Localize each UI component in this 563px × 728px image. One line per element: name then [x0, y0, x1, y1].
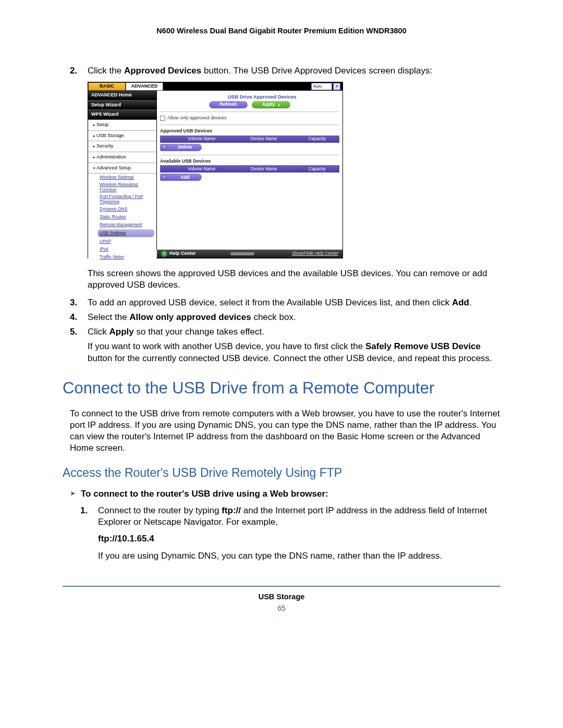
- router-ui-screenshot: BASIC ADVANCED Auto ▾ ADVANCED Home Setu…: [88, 82, 343, 258]
- main-panel: USB Drive Approved Devices Refresh Apply…: [157, 91, 342, 250]
- delete-button[interactable]: Delete: [168, 144, 202, 151]
- available-table-header: Volume Name Device Name Capacity: [160, 165, 339, 172]
- step-text: Click Apply so that your change takes ef…: [88, 326, 500, 338]
- text: button for the currently connected USB d…: [88, 353, 492, 363]
- approved-table-header: Volume Name Device Name Capacity: [160, 135, 339, 143]
- tab-bar: BASIC ADVANCED Auto ▾: [88, 82, 342, 91]
- step-2: 2. Click the Approved Devices button. Th…: [63, 65, 500, 77]
- step-text: Connect to the router by typing ftp:// a…: [98, 505, 500, 528]
- refresh-button[interactable]: Refresh: [209, 101, 248, 108]
- sidebar-item-usb-storage[interactable]: USB Storage: [88, 131, 156, 142]
- col-volume-name: Volume Name: [170, 135, 232, 143]
- auto-select[interactable]: Auto: [311, 83, 332, 90]
- sidebar-sub-port-forwarding[interactable]: Port Forwarding / Port Triggering: [88, 193, 156, 205]
- sidebar-item-advanced-setup[interactable]: Advanced Setup: [88, 163, 156, 174]
- allow-only-approved-checkbox[interactable]: [160, 116, 165, 121]
- text-bold: Apply: [109, 327, 134, 337]
- drag-handle-icon[interactable]: [230, 252, 254, 255]
- col-capacity: Capacity: [295, 165, 339, 172]
- doc-header-title: N600 Wireless Dual Band Gigabit Router P…: [63, 26, 500, 36]
- footer-section-name: USB Storage: [63, 592, 500, 602]
- divider: [160, 125, 339, 125]
- add-plus-icon[interactable]: +: [160, 174, 168, 181]
- sidebar-item-wps-wizard[interactable]: WPS Wizard: [88, 110, 156, 120]
- sidebar-sub-upnp[interactable]: UPnP: [88, 238, 156, 245]
- step-number: 2.: [70, 65, 88, 77]
- auto-dropdown-icon[interactable]: ▾: [333, 83, 340, 90]
- step-text: Select the Allow only approved devices c…: [88, 312, 500, 323]
- sidebar-item-setup[interactable]: Setup: [88, 120, 156, 131]
- delete-x-icon[interactable]: ×: [160, 144, 168, 151]
- divider: [160, 112, 339, 112]
- help-center-label[interactable]: Help Center: [169, 251, 196, 257]
- sidebar-sub-wireless-repeating[interactable]: Wireless Repeating Function: [88, 181, 156, 193]
- sidebar-sub-usb-settings[interactable]: USB Settings: [97, 229, 154, 237]
- col-device-name: Device Name: [232, 165, 295, 172]
- ftp-note: If you are using Dynamic DNS, you can ty…: [63, 550, 500, 562]
- text: .: [469, 298, 472, 307]
- sidebar: ADVANCED Home Setup Wizard WPS Wizard Se…: [88, 91, 157, 250]
- step-text: To add an approved USB device, select it…: [88, 297, 500, 309]
- step-number: 3.: [70, 297, 88, 309]
- section-heading-connect-remote: Connect to the USB Drive from a Remote C…: [63, 378, 500, 399]
- divider: [160, 155, 339, 155]
- step-text: Click the Approved Devices button. The U…: [88, 65, 500, 77]
- chevron-right-icon: ▸: [278, 103, 280, 107]
- text: Select the: [88, 312, 129, 322]
- text: If you want to work with another USB dev…: [88, 341, 365, 351]
- step-3: 3. To add an approved USB device, select…: [63, 297, 500, 309]
- ftp-step-1: 1. Connect to the router by typing ftp:/…: [63, 505, 500, 528]
- text-bold: ftp://: [222, 505, 241, 515]
- remote-intro-paragraph: To connect to the USB drive from remote …: [63, 408, 500, 454]
- col-capacity: Capacity: [295, 135, 339, 143]
- panel-title: USB Drive Approved Devices: [228, 94, 339, 100]
- chevron-right-icon: ➤: [70, 489, 76, 498]
- col-volume-name: Volume Name: [170, 165, 232, 172]
- apply-label: Apply: [262, 102, 275, 108]
- text-bold: Approved Devices: [124, 66, 201, 76]
- sidebar-item-administration[interactable]: Administration: [88, 152, 156, 163]
- available-devices-heading: Available USB Devices: [160, 158, 339, 165]
- sidebar-item-security[interactable]: Security: [88, 141, 156, 152]
- approved-devices-heading: Approved USB Devices: [160, 128, 339, 134]
- text: button. The USB Drive Approved Devices s…: [201, 66, 432, 76]
- sidebar-sub-dynamic-dns[interactable]: Dynamic DNS: [88, 205, 156, 213]
- col-device-name: Device Name: [232, 135, 295, 143]
- text-bold: Safely Remove USB Device: [365, 341, 481, 351]
- checkbox-label: Allow only approved devices: [167, 115, 227, 121]
- step-2-followup: This screen shows the approved USB devic…: [63, 268, 500, 291]
- footer-rule: [63, 586, 500, 587]
- tail-paragraph: If you want to work with another USB dev…: [63, 341, 500, 364]
- step-5: 5. Click Apply so that your change takes…: [63, 326, 500, 338]
- sidebar-sub-traffic-meter[interactable]: Traffic Meter: [88, 253, 156, 261]
- help-icon[interactable]: ?: [161, 251, 167, 257]
- sidebar-sub-ipv6[interactable]: IPv6: [88, 245, 156, 253]
- procedure-title: To connect to the router's USB drive usi…: [81, 488, 328, 500]
- ftp-example: ftp://10.1.65.4: [63, 533, 500, 545]
- step-number: 1.: [80, 505, 98, 528]
- tab-advanced[interactable]: ADVANCED: [126, 82, 163, 91]
- sidebar-sub-remote-management[interactable]: Remote Management: [88, 221, 156, 229]
- text: To add an approved USB device, select it…: [88, 298, 452, 307]
- step-number: 4.: [70, 312, 88, 323]
- sidebar-sub-wireless-settings[interactable]: Wireless Settings: [88, 174, 156, 181]
- sidebar-item-setup-wizard[interactable]: Setup Wizard: [88, 101, 156, 110]
- show-hide-help-link[interactable]: Show/Hide Help Center: [292, 251, 338, 256]
- footer-page-number: 65: [63, 603, 500, 613]
- add-button[interactable]: Add: [168, 174, 202, 181]
- sidebar-item-advanced-home[interactable]: ADVANCED Home: [88, 91, 156, 101]
- text: Connect to the router by typing: [98, 505, 222, 515]
- text: Click: [88, 327, 109, 337]
- step-4: 4. Select the Allow only approved device…: [63, 312, 500, 323]
- text: Click the: [88, 66, 124, 76]
- text: so that your change takes effect.: [134, 327, 264, 337]
- sidebar-sub-static-routes[interactable]: Static Routes: [88, 213, 156, 221]
- procedure-heading: ➤ To connect to the router's USB drive u…: [63, 488, 500, 500]
- text-bold: Add: [452, 298, 469, 307]
- text: check box.: [251, 312, 296, 322]
- step-number: 5.: [70, 326, 88, 338]
- subsection-heading-ftp: Access the Router's USB Drive Remotely U…: [63, 465, 500, 481]
- apply-button[interactable]: Apply▸: [252, 101, 290, 108]
- help-footer: ? Help Center Show/Hide Help Center: [157, 250, 342, 258]
- tab-basic[interactable]: BASIC: [88, 82, 126, 91]
